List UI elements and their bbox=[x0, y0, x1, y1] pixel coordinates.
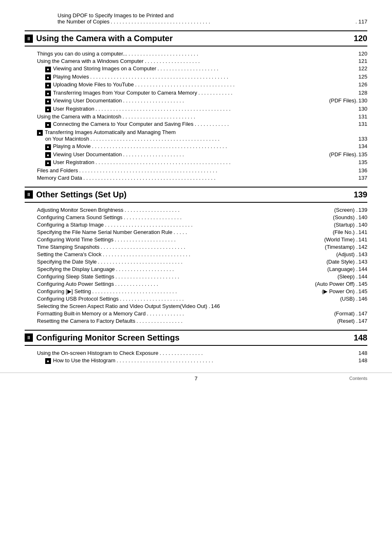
list-item: Adjusting Monitor Screen Brightness. . .… bbox=[25, 207, 367, 213]
toc-page: 136 bbox=[358, 167, 367, 174]
toc-entry-text: Configuring Sleep State Settings bbox=[37, 273, 114, 280]
toc-page: 143 bbox=[358, 259, 367, 265]
list-item: Configuring USB Protocol Settings. . . .… bbox=[25, 296, 367, 302]
toc-page: 142 bbox=[358, 244, 367, 250]
bullet-icon: ■ bbox=[45, 83, 51, 88]
toc-entry-text: Memory Card Data bbox=[37, 175, 82, 181]
list-item: Using the Camera with a Windows Computer… bbox=[25, 58, 367, 64]
list-item: Using the On-screen Histogram to Check E… bbox=[25, 350, 367, 356]
list-item: ■User Registration. . . . . . . . . . . … bbox=[25, 159, 367, 166]
toc-page: 147 bbox=[358, 318, 367, 324]
list-item: ■Viewing User Documentation. . . . . . .… bbox=[25, 151, 367, 158]
toc-entry-text: Files and Folders bbox=[37, 167, 78, 174]
toc-suffix: (Screen) . bbox=[334, 207, 357, 213]
toc-page: 139 bbox=[358, 207, 367, 213]
footer-contents-label: Contents bbox=[349, 376, 367, 381]
toc-dots: . . . . . . . . . . . . . . . . . . . . … bbox=[90, 74, 356, 80]
toc-suffix: (World Time) . bbox=[324, 236, 357, 243]
toc-dots: . . . . . . . . . . . . . . . . . . . . … bbox=[103, 251, 335, 257]
toc-suffix: (File No.) . bbox=[333, 229, 358, 235]
toc-page: 125 bbox=[358, 74, 367, 80]
toc-entry-text: Setting the Camera's Clock bbox=[37, 251, 101, 257]
toc-dots: . . . . . . . . . . . . . . . . . . . . … bbox=[79, 167, 357, 174]
section-page-computer: 120 bbox=[354, 34, 367, 43]
toc-suffix: (Auto Power Off) . bbox=[315, 281, 358, 287]
list-item: Resetting the Camera to Factory Defaults… bbox=[25, 318, 367, 324]
list-item: Specifying the File Name Serial Number G… bbox=[25, 229, 367, 235]
toc-entry-text: Configuring USB Protocol Settings bbox=[37, 296, 119, 302]
toc-suffix: (Sleep) . bbox=[337, 273, 357, 280]
toc-page: 126 bbox=[358, 81, 367, 88]
toc-suffix: (Sounds) . bbox=[333, 214, 357, 220]
toc-entry-text: Configuring World Time Settings bbox=[37, 236, 113, 243]
toc-entry-text: User Registration bbox=[53, 159, 94, 165]
toc-dots: . . . . . . . . . . . . . . . . . . . bbox=[145, 58, 356, 64]
toc-entry-text: Viewing User Documentation bbox=[53, 97, 122, 104]
list-item: Configuring Sleep State Settings. . . . … bbox=[25, 273, 367, 280]
toc-entry-text: Transferring Images from Your Computer t… bbox=[53, 90, 197, 96]
toc-entry-text: User Registration bbox=[53, 106, 94, 112]
toc-dots: . . . . . . . . . . . . . . . . . . . . … bbox=[92, 143, 357, 149]
top-entry-page: . 117 bbox=[355, 19, 367, 25]
toc-entry-text: Viewing and Storing Images on a Computer bbox=[53, 65, 156, 72]
toc-entry-text: Specifying the Date Style bbox=[37, 259, 97, 265]
toc-page: 147 bbox=[358, 310, 367, 317]
toc-dots: . . . . . . . . . . . . . . . bbox=[160, 350, 357, 356]
toc-entry-text: Viewing User Documentation bbox=[53, 151, 122, 157]
list-item: ■How to Use the Histogram. . . . . . . .… bbox=[25, 357, 367, 364]
toc-dots: . . . . . . . . . . . . . . . . . . . . … bbox=[122, 113, 356, 120]
toc-page: 140 bbox=[358, 214, 367, 220]
toc-entry-text: Configuring [▶] Setting bbox=[37, 288, 91, 294]
toc-entry-text: Things you can do using a computer... bbox=[37, 51, 127, 57]
toc-dots: . . . . . . . . . . . . . . . . . . . . bbox=[116, 266, 326, 272]
toc-entry-text-line2: on Your Macintosh bbox=[45, 136, 89, 142]
toc-dots: . . . . . . . . . . . . . . . . . . . . … bbox=[98, 259, 325, 265]
toc-suffix: (Timestamp) . bbox=[325, 244, 358, 250]
toc-suffix: (Startup) . bbox=[334, 222, 358, 228]
toc-entry-text: Time Stamping Snapshots bbox=[37, 244, 99, 250]
section-page-monitor: 148 bbox=[354, 333, 367, 343]
list-item: Configuring a Startup Image. . . . . . .… bbox=[25, 222, 367, 228]
list-item: Specifying the Date Style. . . . . . . .… bbox=[25, 259, 367, 265]
toc-suffix: (PDF Files). bbox=[329, 97, 357, 104]
toc-page: 145 bbox=[358, 281, 367, 287]
list-item: ■Playing a Movie. . . . . . . . . . . . … bbox=[25, 143, 367, 150]
toc-dots: . . . . . . . . . . . . . . . . . . . . … bbox=[123, 97, 328, 104]
list-item: Specifying the Display Language. . . . .… bbox=[25, 266, 367, 272]
toc-dots: . . . . . bbox=[174, 229, 332, 235]
toc-entry-text: Configuring Auto Power Settings bbox=[37, 281, 114, 287]
toc-dots: . . . . . . . . . . . . . . . . . . . . … bbox=[105, 222, 333, 228]
toc-suffix: (Video Out) . bbox=[180, 303, 210, 309]
list-item: Configuring [▶] Setting. . . . . . . . .… bbox=[25, 288, 367, 294]
toc-entry-text: Configuring Camera Sound Settings bbox=[37, 214, 122, 220]
top-entry-dots: . . . . . . . . . . . . . . . . . . . . … bbox=[111, 19, 353, 25]
toc-entry-text: Uploading Movie Files to YouTube bbox=[53, 81, 134, 88]
list-item: ■Connecting the Camera to Your Computer … bbox=[25, 121, 367, 128]
bullet-icon: ■ bbox=[45, 107, 51, 112]
list-item: ■Viewing and Storing Images on a Compute… bbox=[25, 65, 367, 72]
toc-entry-multiline: ■Transferring Images Automatically and M… bbox=[25, 129, 367, 142]
list-item: Things you can do using a computer.... .… bbox=[25, 51, 367, 57]
toc-page: 148 bbox=[358, 357, 367, 364]
toc-page: 121 bbox=[358, 58, 367, 64]
section-icon-settings: II bbox=[25, 190, 33, 199]
section-title-computer: Using the Camera with a Computer bbox=[36, 34, 173, 43]
footer-page-number: 7 bbox=[194, 375, 197, 382]
list-item: Configuring Auto Power Settings. . . . .… bbox=[25, 281, 367, 287]
toc-sections: IIUsing the Camera with a Computer120Thi… bbox=[25, 30, 367, 364]
toc-page: 135 bbox=[358, 159, 367, 165]
toc-dots: . . . . . . . . . . . . . . . . . . . . … bbox=[90, 136, 356, 142]
toc-page: 146 bbox=[358, 296, 367, 302]
toc-suffix: (Language) . bbox=[327, 266, 358, 272]
toc-entry-text: Using the Camera with a Windows Computer bbox=[37, 58, 143, 64]
toc-suffix: (Format) . bbox=[334, 310, 357, 317]
section-title-settings: Other Settings (Set Up) bbox=[36, 190, 127, 199]
top-entry-text-line1: Using DPOF to Specify Images to be Print… bbox=[58, 12, 174, 19]
toc-dots: . . . . . . . . . . . . . . . . . . . . … bbox=[83, 175, 356, 181]
toc-page: 140 bbox=[358, 222, 367, 228]
toc-dots: . . . . . . . . . . . . . . . . . . . . bbox=[124, 214, 332, 220]
toc-page: 130 bbox=[358, 97, 367, 104]
toc-dots: . . . . . . . . . . . . . . . . . . . . … bbox=[135, 81, 356, 88]
bullet-icon: ■ bbox=[45, 74, 51, 80]
toc-suffix: (▶ Power On) . bbox=[322, 288, 357, 294]
